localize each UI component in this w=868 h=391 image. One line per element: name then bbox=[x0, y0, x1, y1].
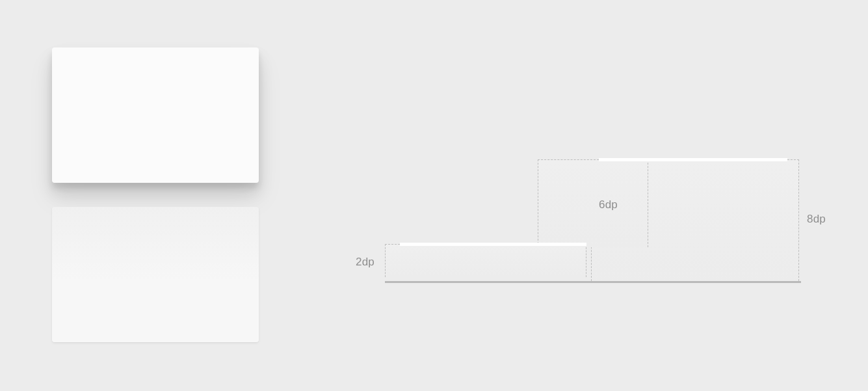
diagram-baseline bbox=[385, 281, 801, 283]
top-surface-8dp bbox=[599, 158, 787, 161]
low-elevation-card bbox=[52, 207, 259, 342]
elevation-diagram: 2dp 6dp 8dp bbox=[356, 159, 830, 290]
label-2dp: 2dp bbox=[356, 256, 375, 269]
label-6dp: 6dp bbox=[599, 198, 618, 211]
elevation-box-2dp bbox=[385, 244, 586, 277]
elevated-card bbox=[52, 47, 259, 183]
elevation-box-6dp bbox=[538, 159, 648, 247]
label-8dp: 8dp bbox=[807, 213, 826, 226]
top-surface-2dp bbox=[400, 243, 586, 246]
